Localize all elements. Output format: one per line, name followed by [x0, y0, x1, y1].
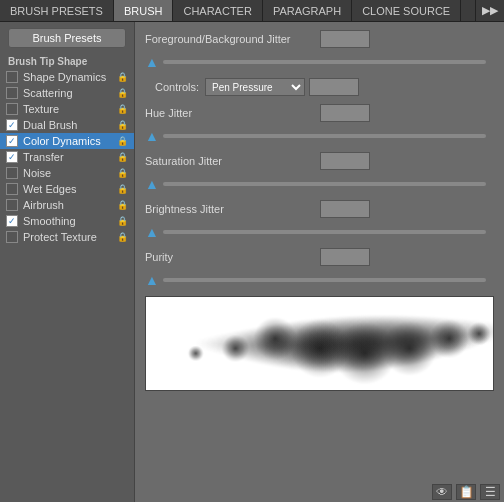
label-shape-dynamics: Shape Dynamics: [23, 71, 117, 83]
label-wet-edges: Wet Edges: [23, 183, 117, 195]
lock-icon-airbrush: 🔒: [117, 200, 128, 210]
fg-bg-jitter-input[interactable]: 0%: [320, 30, 370, 48]
fg-bg-jitter-label: Foreground/Background Jitter: [145, 33, 320, 45]
brush-preview-canvas: [146, 297, 493, 390]
checkbox-smoothing[interactable]: ✓: [6, 215, 18, 227]
brush-presets-button[interactable]: Brush Presets: [8, 28, 126, 48]
brightness-jitter-label: Brightness Jitter: [145, 203, 320, 215]
lock-icon-scattering: 🔒: [117, 88, 128, 98]
label-protect-texture: Protect Texture: [23, 231, 117, 243]
label-texture: Texture: [23, 103, 117, 115]
brush-item-protect-texture[interactable]: Protect Texture 🔒: [0, 229, 134, 245]
checkbox-color-dynamics[interactable]: ✓: [6, 135, 18, 147]
fg-bg-slider-track[interactable]: [163, 60, 486, 64]
tab-paragraph[interactable]: PARAGRAPH: [263, 0, 352, 21]
lock-icon-noise: 🔒: [117, 168, 128, 178]
tab-brush-presets[interactable]: BRUSH PRESETS: [0, 0, 114, 21]
purity-slider-track[interactable]: [163, 278, 486, 282]
lock-icon-dual-brush: 🔒: [117, 120, 128, 130]
saturation-jitter-input[interactable]: 0%: [320, 152, 370, 170]
label-scattering: Scattering: [23, 87, 117, 99]
tab-brush[interactable]: BRUSH: [114, 0, 174, 21]
purity-slider-row: ▲: [145, 272, 494, 288]
checkbox-dual-brush[interactable]: ✓: [6, 119, 18, 131]
hue-jitter-row: Hue Jitter 2%: [145, 104, 494, 122]
checkbox-airbrush[interactable]: [6, 199, 18, 211]
left-panel: Brush Presets Brush Tip Shape Shape Dyna…: [0, 22, 135, 502]
brush-settings-list: Shape Dynamics 🔒 Scattering 🔒 Texture 🔒 …: [0, 69, 134, 245]
checkbox-noise[interactable]: [6, 167, 18, 179]
brightness-jitter-slider-row: ▲: [145, 224, 494, 240]
fg-bg-slider-arrow: ▲: [145, 54, 159, 70]
tab-clone-source[interactable]: CLONE SOURCE: [352, 0, 461, 21]
fg-bg-jitter-slider-row: ▲: [145, 54, 494, 70]
brush-item-texture[interactable]: Texture 🔒: [0, 101, 134, 117]
checkbox-transfer[interactable]: ✓: [6, 151, 18, 163]
saturation-slider-arrow: ▲: [145, 176, 159, 192]
brightness-slider-arrow: ▲: [145, 224, 159, 240]
label-transfer: Transfer: [23, 151, 117, 163]
hue-jitter-label: Hue Jitter: [145, 107, 320, 119]
checkbox-texture[interactable]: [6, 103, 18, 115]
saturation-jitter-label: Saturation Jitter: [145, 155, 320, 167]
label-noise: Noise: [23, 167, 117, 179]
bottom-toolbar: 👁 📋 ☰: [432, 484, 500, 500]
eye-icon-button[interactable]: 👁: [432, 484, 452, 500]
lock-icon-color-dynamics: 🔒: [117, 136, 128, 146]
brightness-slider-track[interactable]: [163, 230, 486, 234]
brush-item-wet-edges[interactable]: Wet Edges 🔒: [0, 181, 134, 197]
checkbox-protect-texture[interactable]: [6, 231, 18, 243]
brush-item-smoothing[interactable]: ✓ Smoothing 🔒: [0, 213, 134, 229]
tab-character[interactable]: CHARACTER: [173, 0, 262, 21]
label-airbrush: Airbrush: [23, 199, 117, 211]
saturation-jitter-slider-row: ▲: [145, 176, 494, 192]
lock-icon-transfer: 🔒: [117, 152, 128, 162]
brightness-jitter-row: Brightness Jitter 3%: [145, 200, 494, 218]
copy-icon-button[interactable]: 📋: [456, 484, 476, 500]
controls-row: Controls: Pen Pressure: [145, 78, 494, 96]
label-color-dynamics: Color Dynamics: [23, 135, 117, 147]
purity-input[interactable]: +100%: [320, 248, 370, 266]
lock-icon-shape-dynamics: 🔒: [117, 72, 128, 82]
saturation-jitter-row: Saturation Jitter 0%: [145, 152, 494, 170]
purity-row: Purity +100%: [145, 248, 494, 266]
checkbox-shape-dynamics[interactable]: [6, 71, 18, 83]
lock-icon-texture: 🔒: [117, 104, 128, 114]
label-smoothing: Smoothing: [23, 215, 117, 227]
tab-bar: BRUSH PRESETS BRUSH CHARACTER PARAGRAPH …: [0, 0, 504, 22]
brush-item-color-dynamics[interactable]: ✓ Color Dynamics 🔒: [0, 133, 134, 149]
controls-extra-field: [309, 78, 359, 96]
hue-jitter-input[interactable]: 2%: [320, 104, 370, 122]
checkbox-wet-edges[interactable]: [6, 183, 18, 195]
brush-item-scattering[interactable]: Scattering 🔒: [0, 85, 134, 101]
brush-item-noise[interactable]: Noise 🔒: [0, 165, 134, 181]
fg-bg-jitter-row: Foreground/Background Jitter 0%: [145, 30, 494, 48]
purity-label: Purity: [145, 251, 320, 263]
brightness-jitter-input[interactable]: 3%: [320, 200, 370, 218]
purity-slider-arrow: ▲: [145, 272, 159, 288]
hue-slider-track[interactable]: [163, 134, 486, 138]
lock-icon-wet-edges: 🔒: [117, 184, 128, 194]
hue-jitter-slider-row: ▲: [145, 128, 494, 144]
brush-item-dual-brush[interactable]: ✓ Dual Brush 🔒: [0, 117, 134, 133]
tab-overflow-arrow[interactable]: ▶▶: [475, 0, 504, 21]
checkbox-scattering[interactable]: [6, 87, 18, 99]
saturation-slider-track[interactable]: [163, 182, 486, 186]
lock-icon-protect-texture: 🔒: [117, 232, 128, 242]
lock-icon-smoothing: 🔒: [117, 216, 128, 226]
label-dual-brush: Dual Brush: [23, 119, 117, 131]
right-panel: Foreground/Background Jitter 0% ▲ Contro…: [135, 22, 504, 502]
brush-item-transfer[interactable]: ✓ Transfer 🔒: [0, 149, 134, 165]
brush-item-airbrush[interactable]: Airbrush 🔒: [0, 197, 134, 213]
brush-item-shape-dynamics[interactable]: Shape Dynamics 🔒: [0, 69, 134, 85]
brush-tip-shape-header: Brush Tip Shape: [0, 54, 134, 69]
menu-icon-button[interactable]: ☰: [480, 484, 500, 500]
hue-slider-arrow: ▲: [145, 128, 159, 144]
controls-label: Controls:: [155, 81, 199, 93]
brush-preview: [145, 296, 494, 391]
controls-select[interactable]: Pen Pressure: [205, 78, 305, 96]
